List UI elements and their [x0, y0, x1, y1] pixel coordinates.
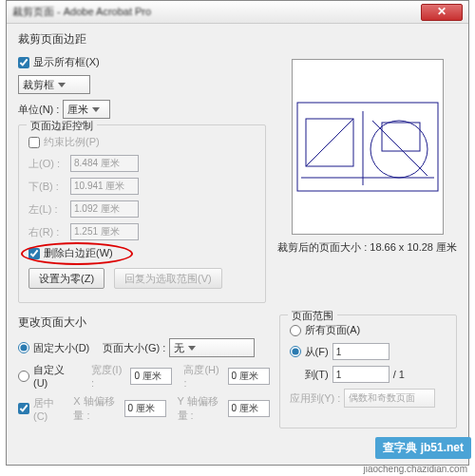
page-range-legend: 页面范围 — [288, 309, 337, 323]
revert-selection-button[interactable]: 回复为选取范围(V) — [114, 268, 222, 289]
show-all-boxes-label: 显示所有框(X) — [33, 55, 100, 69]
center-checkbox[interactable] — [18, 403, 29, 414]
remove-white-margins-label: 删除白边距(W) — [44, 246, 113, 260]
crop-margin-heading: 裁剪页面边距 — [18, 31, 457, 48]
yoffset-field[interactable] — [228, 400, 270, 417]
apply-to-label: 应用到(Y) : — [290, 391, 341, 406]
margin-top-field[interactable] — [70, 155, 139, 172]
margin-top-label: 上(O) : — [28, 157, 66, 171]
page-size-dropdown[interactable]: 无 — [169, 338, 255, 357]
all-pages-radio[interactable] — [290, 325, 301, 336]
from-page-radio[interactable] — [290, 346, 301, 357]
xoffset-label: X 轴偏移量 : — [73, 394, 120, 423]
all-pages-label: 所有页面(A) — [305, 323, 361, 337]
to-label: 到(T) — [305, 368, 329, 382]
remove-white-margins-checkbox[interactable] — [28, 248, 40, 259]
height-label: 高度(H) : — [183, 363, 223, 389]
crop-box-value: 裁剪框 — [23, 78, 54, 92]
preview-thumbnail — [296, 102, 439, 192]
chevron-down-icon — [92, 107, 100, 112]
margin-right-label: 右(R) : — [28, 225, 66, 239]
margin-bottom-label: 下(B) : — [28, 180, 66, 194]
custom-size-radio[interactable] — [18, 371, 29, 382]
set-zero-button[interactable]: 设置为零(Z) — [28, 268, 104, 289]
apply-to-value: 偶数和奇数页面 — [349, 391, 415, 405]
chevron-down-icon — [58, 83, 66, 87]
watermark-badge: 查字典 jb51.net — [375, 437, 471, 459]
constrain-checkbox[interactable] — [28, 137, 40, 148]
xoffset-field[interactable] — [124, 400, 166, 417]
preview-caption: 裁剪后的页面大小 : 18.66 x 10.28 厘米 — [277, 240, 457, 255]
apply-to-dropdown[interactable]: 偶数和奇数页面 — [344, 389, 435, 408]
margin-left-field[interactable] — [70, 200, 139, 218]
width-label: 宽度(I) : — [91, 363, 126, 389]
margin-left-label: 左(L) : — [28, 202, 66, 217]
window-title: 裁剪页面 - Adobe Acrobat Pro — [12, 5, 421, 19]
margin-bottom-field[interactable] — [70, 178, 139, 195]
yoffset-label: Y 轴偏移量 : — [178, 394, 224, 423]
from-label: 从(F) — [305, 345, 329, 359]
unit-label: 单位(N) : — [18, 103, 59, 117]
show-all-boxes-checkbox[interactable] — [18, 57, 29, 68]
page-preview — [292, 59, 444, 235]
page-size-label: 页面大小(G) : — [103, 341, 165, 355]
change-size-heading: 更改页面大小 — [18, 314, 270, 331]
custom-size-label: 自定义(U) — [33, 363, 78, 389]
margin-control-legend: 页面边距控制 — [27, 119, 97, 133]
unit-value: 厘米 — [67, 103, 88, 117]
margin-right-field[interactable] — [70, 223, 139, 240]
crop-box-dropdown[interactable]: 裁剪框 — [18, 75, 90, 94]
page-size-value: 无 — [174, 341, 184, 355]
unit-dropdown[interactable]: 厘米 — [63, 100, 110, 119]
page-total: / 1 — [393, 369, 405, 380]
constrain-label: 约束比例(P) — [44, 135, 100, 149]
titlebar: 裁剪页面 - Adobe Acrobat Pro ✕ — [7, 1, 468, 24]
height-field[interactable] — [228, 368, 270, 385]
width-field[interactable] — [130, 368, 172, 385]
center-label: 居中(C) — [33, 396, 62, 422]
to-field[interactable] — [332, 366, 390, 383]
chevron-down-icon — [188, 346, 196, 351]
close-button[interactable]: ✕ — [421, 4, 463, 21]
fixed-size-radio[interactable] — [18, 342, 29, 353]
watermark-url: jiaocheng.chazidian.com — [363, 464, 467, 474]
from-field[interactable] — [332, 343, 390, 360]
fixed-size-label: 固定大小(D) — [33, 341, 89, 355]
